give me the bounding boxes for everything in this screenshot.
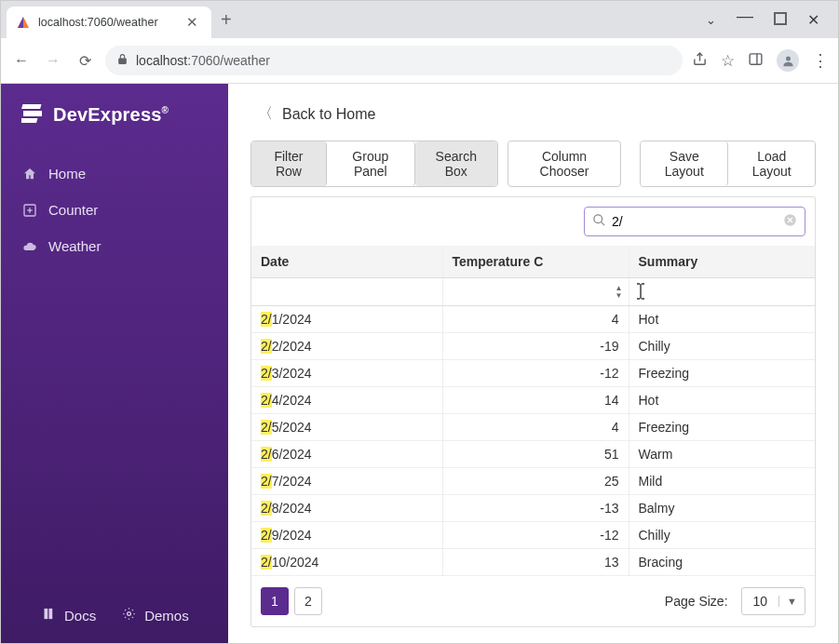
- tab-close-icon[interactable]: ✕: [183, 14, 202, 31]
- cell-summary: Balmy: [629, 495, 815, 522]
- tab-strip: localhost:7060/weather ✕ + ⌄ — ✕: [1, 1, 838, 38]
- cell-temp: 4: [442, 306, 629, 333]
- svg-rect-3: [23, 111, 42, 116]
- table-row[interactable]: 2/8/2024-13Balmy: [251, 495, 815, 522]
- cell-summary: Mild: [629, 468, 815, 495]
- sidebar-item-home[interactable]: Home: [1, 155, 228, 192]
- demos-icon: [122, 607, 136, 624]
- table-row[interactable]: 2/2/2024-19Chilly: [251, 333, 815, 360]
- browser-tab[interactable]: localhost:7060/weather ✕: [7, 7, 211, 38]
- cloud-icon: [21, 239, 37, 254]
- url-actions: ☆ ⋮: [692, 49, 829, 72]
- text-cursor-icon: [633, 282, 648, 301]
- back-to-home-link[interactable]: 〈 Back to Home: [250, 101, 375, 141]
- cell-summary: Bracing: [629, 549, 815, 576]
- tab-dropdown-icon[interactable]: ⌄: [706, 13, 716, 27]
- kebab-menu-icon[interactable]: ⋮: [812, 50, 829, 71]
- sidebar-item-label: Weather: [48, 238, 101, 254]
- cell-summary: Freezing: [629, 414, 815, 441]
- number-spinner[interactable]: ▲ ▼: [449, 285, 623, 300]
- reload-button[interactable]: ⟳: [74, 52, 96, 70]
- filter-cell-summary[interactable]: [629, 278, 815, 306]
- cell-temp: 14: [442, 387, 629, 414]
- grid-body: 2/1/20244Hot2/2/2024-19Chilly2/3/2024-12…: [251, 306, 815, 576]
- cell-temp: 25: [442, 468, 629, 495]
- chevron-down-icon[interactable]: ▼: [778, 596, 805, 607]
- table-row[interactable]: 2/3/2024-12Freezing: [251, 360, 815, 387]
- col-header-temp[interactable]: Temperature C: [442, 246, 629, 278]
- table-row[interactable]: 2/5/20244Freezing: [251, 414, 815, 441]
- page-button-1[interactable]: 1: [261, 587, 289, 615]
- cell-temp: 4: [442, 414, 629, 441]
- search-box-toggle[interactable]: Search Box: [415, 141, 497, 186]
- cell-summary: Chilly: [629, 333, 815, 360]
- svg-rect-0: [750, 54, 762, 64]
- bookmark-icon[interactable]: ☆: [721, 51, 735, 71]
- cell-summary: Freezing: [629, 360, 815, 387]
- filter-cell-temp[interactable]: ▲ ▼: [442, 278, 629, 306]
- cell-date: 2/8/2024: [251, 495, 442, 522]
- home-icon: [21, 167, 37, 181]
- url-text: localhost:7060/weather: [136, 53, 270, 68]
- svg-rect-10: [49, 609, 53, 619]
- profile-avatar[interactable]: [777, 49, 799, 72]
- sidebar-item-label: Counter: [48, 202, 98, 218]
- page-button-2[interactable]: 2: [294, 587, 322, 615]
- app-shell: DevExpress® Home Counter Weather Docs: [1, 84, 838, 644]
- search-panel: [251, 197, 815, 246]
- table-row[interactable]: 2/4/202414Hot: [251, 387, 815, 414]
- chevron-left-icon: 〈: [258, 104, 273, 124]
- cell-summary: Hot: [629, 387, 815, 414]
- share-icon[interactable]: [692, 51, 708, 70]
- search-box[interactable]: [584, 207, 805, 236]
- cell-summary: Warm: [629, 441, 815, 468]
- footer-demos-link[interactable]: Demos: [122, 607, 189, 624]
- cell-date: 2/4/2024: [251, 387, 442, 414]
- sidebar-item-counter[interactable]: Counter: [1, 192, 228, 228]
- tab-title: localhost:7060/weather: [38, 16, 158, 29]
- column-chooser-button[interactable]: Column Chooser: [507, 141, 621, 187]
- svg-line-13: [601, 221, 604, 225]
- spin-down-icon[interactable]: ▼: [616, 292, 623, 300]
- save-layout-button[interactable]: Save Layout: [641, 141, 728, 186]
- filter-cell-date[interactable]: [251, 278, 442, 306]
- cell-summary: Hot: [629, 306, 815, 333]
- filter-row-toggle[interactable]: Filter Row: [251, 141, 327, 186]
- table-row[interactable]: 2/9/2024-12Chilly: [251, 522, 815, 549]
- page-size-select[interactable]: 10 ▼: [741, 587, 805, 615]
- side-panel-icon[interactable]: [748, 51, 764, 70]
- clear-search-icon[interactable]: [783, 213, 797, 230]
- back-link-label: Back to Home: [282, 106, 375, 123]
- search-input[interactable]: [612, 214, 778, 229]
- page-buttons: 12: [261, 587, 322, 615]
- url-field[interactable]: localhost:7060/weather: [105, 46, 683, 75]
- table-row[interactable]: 2/10/202413Bracing: [251, 549, 815, 576]
- filter-row: ▲ ▼: [251, 278, 815, 306]
- docs-icon: [42, 607, 56, 624]
- cell-date: 2/10/2024: [251, 549, 442, 576]
- cell-temp: 51: [442, 441, 629, 468]
- table-row[interactable]: 2/6/202451Warm: [251, 441, 815, 468]
- svg-rect-4: [21, 104, 41, 109]
- minimize-button[interactable]: —: [737, 7, 753, 26]
- col-header-summary[interactable]: Summary: [629, 246, 815, 278]
- cell-date: 2/1/2024: [251, 306, 442, 333]
- brand-logo-icon: [21, 102, 44, 127]
- sidebar-item-weather[interactable]: Weather: [1, 228, 228, 264]
- grid-toolbar: Filter Row Group Panel Search Box Column…: [250, 141, 816, 187]
- close-window-button[interactable]: ✕: [807, 11, 819, 29]
- header-row: Date Temperature C Summary: [251, 246, 815, 278]
- page-size-label: Page Size:: [665, 594, 728, 609]
- col-header-date[interactable]: Date: [251, 246, 442, 278]
- forward-button[interactable]: →: [42, 52, 64, 69]
- maximize-button[interactable]: [774, 12, 787, 28]
- cell-date: 2/3/2024: [251, 360, 442, 387]
- back-button[interactable]: ←: [10, 52, 33, 69]
- table-row[interactable]: 2/7/202425Mild: [251, 468, 815, 495]
- table-row[interactable]: 2/1/20244Hot: [251, 306, 815, 333]
- load-layout-button[interactable]: Load Layout: [728, 141, 815, 186]
- pager: 12 Page Size: 10 ▼: [251, 576, 815, 626]
- footer-docs-link[interactable]: Docs: [42, 607, 96, 624]
- new-tab-button[interactable]: +: [211, 9, 241, 31]
- group-panel-toggle[interactable]: Group Panel: [327, 141, 415, 186]
